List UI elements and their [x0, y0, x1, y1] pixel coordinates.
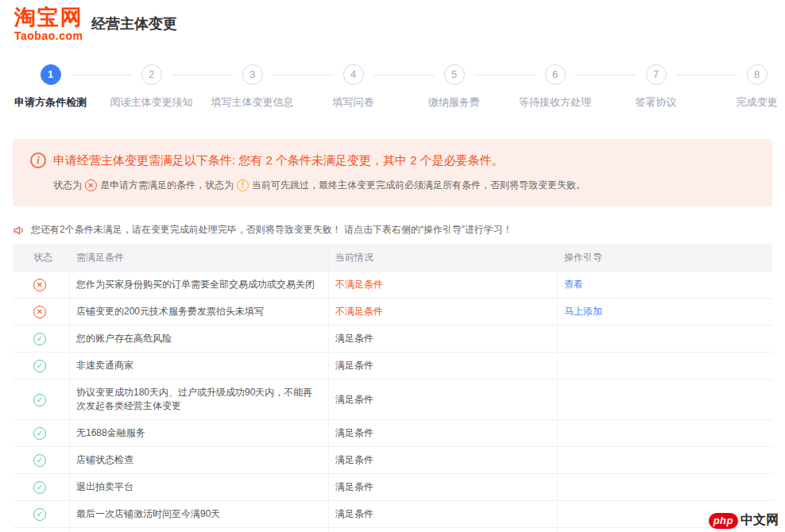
- stepper-step-5[interactable]: 5 缴纳服务费: [404, 64, 505, 110]
- stepper: 1 申请方条件检测 2 阅读主体变更须知 3 填写主体变更信息 4 填写问卷 5…: [0, 64, 785, 110]
- step-number-circle: 4: [343, 64, 364, 85]
- condition-row: ✕ 店铺变更的200元技术服务费发票抬头未填写 不满足条件 马上添加: [13, 299, 772, 326]
- step-number-circle: 6: [545, 64, 566, 85]
- taobao-logo[interactable]: 淘宝网 Taobao.com: [14, 7, 83, 41]
- condition-cell: 非速卖通商家: [70, 353, 329, 380]
- action-cell: [558, 353, 772, 380]
- stepper-step-6[interactable]: 6 等待接收方处理: [505, 64, 605, 110]
- stepper-step-7[interactable]: 7 签署协议: [605, 64, 706, 110]
- status-cell: ✕: [13, 272, 70, 299]
- condition-cell: 无1688金融服务: [70, 420, 329, 447]
- condition-row: ✓ 非速卖通商家 满足条件: [13, 353, 772, 380]
- condition-cell: 店铺状态检查: [70, 447, 329, 474]
- stepper-step-3[interactable]: 3 填写主体变更信息: [202, 64, 303, 110]
- status-cell: ✓: [13, 353, 70, 380]
- status-cell: ✓: [13, 326, 70, 353]
- step-label: 填写主体变更信息: [202, 95, 303, 110]
- status-cell: ✕: [13, 299, 70, 326]
- stepper-step-8[interactable]: 8 完成变更: [706, 64, 785, 110]
- watermark-text: 中文网: [741, 512, 779, 529]
- alert-legend: 状态为 ✕ 是申请方需满足的条件，状态为 ! 当前可先跳过，最终主体变更完成前必…: [53, 179, 756, 192]
- step-number-circle: 7: [646, 64, 667, 85]
- alert-title-row: i 申请经营主体变更需满足以下条件: 您有 2 个条件未满足变更，其中 2 个是…: [30, 152, 756, 168]
- page: 淘宝网 Taobao.com 经营主体变更 1 申请方条件检测 2 阅读主体变更…: [0, 0, 785, 532]
- php-cn-watermark: php 中文网: [709, 512, 779, 529]
- x-circle-icon: ✕: [33, 306, 46, 318]
- col-header-status: 状态: [13, 244, 70, 272]
- check-circle-icon: ✓: [33, 454, 46, 467]
- condition-row: ✓ 协议变更成功180天内、过户或升级成功90天内，不能再次发起各类经营主体变更…: [13, 380, 772, 420]
- action-cell: [558, 380, 772, 420]
- current-status-cell: 满足条件: [329, 474, 558, 501]
- check-circle-icon: ✓: [33, 427, 46, 440]
- check-circle-icon: ✓: [33, 333, 46, 345]
- alert-legend-part3: 当前可先跳过，最终主体变更完成前必须满足所有条件，否则将导致变更失败。: [252, 179, 586, 192]
- x-circle-icon: ✕: [33, 279, 46, 291]
- status-cell: ✓: [13, 447, 70, 474]
- condition-cell: 店铺变更的200元技术服务费发票抬头未填写: [70, 299, 329, 326]
- col-header-condition: 需满足条件: [70, 244, 329, 272]
- status-cell: ✓: [13, 380, 70, 420]
- condition-row: ✓ 无1688金融服务 满足条件: [13, 420, 772, 447]
- current-status-cell: 不满足条件: [329, 272, 558, 299]
- action-link[interactable]: 马上添加: [564, 306, 602, 317]
- check-circle-icon: ✓: [33, 481, 46, 494]
- status-cell: ✓: [13, 528, 70, 532]
- col-header-current: 当前情况: [329, 244, 558, 272]
- fail-circle-icon: ✕: [85, 179, 97, 191]
- step-label: 阅读主体变更须知: [101, 95, 202, 110]
- action-cell: [558, 326, 772, 353]
- current-status-cell: 满足条件: [329, 501, 558, 528]
- step-label: 缴纳服务费: [404, 95, 505, 110]
- action-cell: [558, 447, 772, 474]
- step-number-circle: 8: [747, 64, 768, 85]
- action-cell: 查看: [558, 272, 772, 299]
- step-label: 等待接收方处理: [505, 95, 605, 110]
- speaker-icon: [13, 224, 25, 237]
- status-cell: ✓: [13, 474, 70, 501]
- check-circle-icon: ✓: [33, 394, 46, 407]
- alert-legend-part1: 状态为: [53, 179, 82, 192]
- table-header-row: 状态 需满足条件 当前情况 操作引导: [13, 244, 772, 272]
- step-label: 填写问卷: [303, 95, 404, 110]
- condition-cell: 您的账户存在高危风险: [70, 326, 329, 353]
- condition-cell: 您作为买家身份购买的订单需要全部交易成功或交易关闭: [70, 272, 329, 299]
- action-cell: [558, 474, 772, 501]
- condition-row: ✓ 店铺状态检查 满足条件: [13, 447, 772, 474]
- current-status-cell: 不满足条件: [329, 299, 558, 326]
- status-cell: ✓: [13, 420, 70, 447]
- conditions-table: 状态 需满足条件 当前情况 操作引导 ✕ 您作为买家身份购买的订单需要全部交易成…: [13, 244, 772, 532]
- current-status-cell: 满足条件: [329, 380, 558, 420]
- condition-row: ✓ 最后一次店铺激活时间至今满90天 满足条件: [13, 501, 772, 528]
- condition-cell: 非供销平台供应商: [70, 528, 329, 532]
- alert-title: 申请经营主体变更需满足以下条件: 您有 2 个条件未满足变更，其中 2 个是必要…: [53, 153, 504, 168]
- info-circle-icon: i: [30, 152, 46, 168]
- action-link[interactable]: 查看: [564, 279, 583, 290]
- conditions-alert: i 申请经营主体变更需满足以下条件: 您有 2 个条件未满足变更，其中 2 个是…: [13, 139, 772, 206]
- step-number-circle: 2: [141, 64, 162, 85]
- stepper-step-4[interactable]: 4 填写问卷: [303, 64, 404, 110]
- status-cell: ✓: [13, 501, 70, 528]
- php-logo-badge: php: [709, 513, 738, 529]
- current-status-cell: 满足条件: [329, 528, 558, 532]
- action-cell: [558, 420, 772, 447]
- current-status-cell: 满足条件: [329, 447, 558, 474]
- condition-row: ✓ 您的账户存在高危风险 满足条件: [13, 326, 772, 353]
- col-header-action: 操作引导: [558, 244, 772, 272]
- action-cell: 马上添加: [558, 299, 772, 326]
- warning-circle-icon: !: [237, 179, 249, 191]
- stepper-step-2[interactable]: 2 阅读主体变更须知: [101, 64, 202, 110]
- condition-row: ✓ 退出拍卖平台 满足条件: [13, 474, 772, 501]
- taobao-logo-cn: 淘宝网: [14, 7, 83, 29]
- page-header: 淘宝网 Taobao.com 经营主体变更: [0, 0, 785, 41]
- notice-line: 您还有2个条件未满足，请在变更完成前处理完毕，否则将导致变更失败！ 请点击下表右…: [13, 223, 772, 237]
- step-number-circle: 5: [444, 64, 465, 85]
- alert-legend-part2: 是申请方需满足的条件，状态为: [100, 179, 234, 192]
- stepper-step-1[interactable]: 1 申请方条件检测: [0, 64, 101, 110]
- check-circle-icon: ✓: [33, 360, 46, 372]
- condition-row: ✓ 非供销平台供应商 满足条件: [13, 528, 772, 532]
- condition-cell: 协议变更成功180天内、过户或升级成功90天内，不能再次发起各类经营主体变更: [70, 380, 329, 420]
- step-label: 申请方条件检测: [0, 95, 101, 110]
- taobao-logo-en: Taobao.com: [14, 30, 83, 41]
- condition-cell: 最后一次店铺激活时间至今满90天: [70, 501, 329, 528]
